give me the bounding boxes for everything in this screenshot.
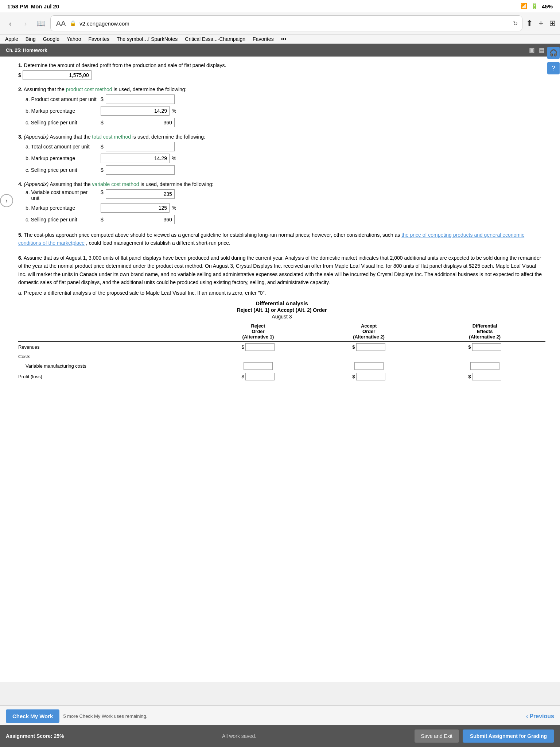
address-bar[interactable]: AA 🔒 v2.cengagenow.com ↻ (50, 15, 522, 31)
bookmark-champaign[interactable]: Critical Essa...-Champaign (185, 36, 245, 42)
grid-icon-2[interactable]: ▤ (539, 47, 544, 54)
q3a-input[interactable] (106, 142, 175, 151)
q2-text-before: Assuming that the (24, 86, 66, 92)
q3-total-cost-link[interactable]: total cost method (92, 134, 131, 140)
q2-number: 2. (18, 86, 23, 92)
revenues-col3-input[interactable] (472, 343, 501, 351)
bookmarks-button[interactable]: 📖 (35, 18, 47, 29)
q4-number: 4. (18, 181, 23, 187)
col1-header: Reject Order (Alternative 1) (203, 322, 314, 341)
q4b-percent: % (172, 205, 176, 211)
bookmark-apple[interactable]: Apple (5, 36, 18, 42)
previous-button[interactable]: ‹ Previous (526, 713, 554, 720)
check-my-work-button[interactable]: Check My Work (6, 709, 59, 723)
question-content: 1. Determine the amount of desired profi… (0, 57, 560, 438)
q4-variable-cost-link[interactable]: variable cost method (92, 181, 139, 187)
q3b-percent: % (172, 155, 176, 161)
question-1: 1. Determine the amount of desired profi… (18, 62, 545, 80)
q3b-input[interactable] (101, 154, 170, 163)
q4-part-c: c. Selling price per unit $ (26, 215, 545, 224)
diff-table-title: Differential Analysis (18, 300, 545, 306)
lock-icon: 🔒 (70, 20, 77, 27)
q2-part-a: a. Product cost amount per unit $ (26, 94, 545, 104)
q6a-label: a. (18, 290, 23, 296)
q3-part-c: c. Selling price per unit $ (26, 165, 545, 175)
q4b-input[interactable] (101, 203, 170, 213)
revenues-label: Revenues (18, 341, 203, 352)
q4-text-before: Assuming that the (50, 181, 92, 187)
q3c-dollar: $ (101, 167, 104, 173)
q2b-input[interactable] (101, 106, 170, 116)
revenues-col2-input[interactable] (356, 343, 385, 351)
q4-part-b: b. Markup percentage % (26, 203, 545, 213)
bookmark-sparknotes[interactable]: The symbol…f SparkNotes (117, 36, 178, 42)
q6-text: Assume that as of August 1, 3,000 units … (18, 255, 542, 285)
profit-col3-dollar: $ (468, 374, 471, 379)
revenues-col3-dollar: $ (468, 344, 471, 350)
q2c-input[interactable] (106, 118, 175, 127)
bookmark-google[interactable]: Google (43, 36, 59, 42)
revenues-col3-cell: $ (424, 341, 545, 352)
variable-mfg-col2-cell (314, 361, 424, 371)
q1-answer-input[interactable] (23, 70, 92, 80)
q2a-label: a. Product cost amount per unit (26, 96, 98, 102)
revenues-col2-cell: $ (314, 341, 424, 352)
profit-loss-row: Profit (loss) $ $ $ (18, 371, 545, 382)
profit-col1-input[interactable] (245, 373, 275, 380)
profit-col3-input[interactable] (472, 373, 501, 380)
new-tab-icon[interactable]: + (538, 19, 543, 28)
q6-number: 6. (18, 255, 23, 261)
variable-mfg-col3-input[interactable] (470, 362, 499, 370)
q2-product-cost-link[interactable]: product cost method (66, 86, 112, 92)
q2b-label: b. Markup percentage (26, 108, 98, 114)
q2c-label: c. Selling price per unit (26, 120, 98, 125)
bookmark-bing[interactable]: Bing (26, 36, 36, 42)
bookmark-favorites2[interactable]: Favorites (253, 36, 274, 42)
revenues-col1-input[interactable] (245, 343, 275, 351)
url-text: v2.cengagenow.com (79, 20, 510, 27)
variable-mfg-col1-input[interactable] (244, 362, 273, 370)
q4a-input[interactable] (106, 189, 175, 199)
diff-table: Reject Order (Alternative 1) Accept Orde… (18, 322, 545, 382)
more-bookmarks-icon[interactable]: ••• (281, 36, 287, 42)
bookmark-favorites[interactable]: Favorites (88, 36, 109, 42)
submit-assignment-button[interactable]: Submit Assignment for Grading (463, 729, 554, 743)
q3c-input[interactable] (106, 165, 175, 175)
forward-button[interactable]: › (20, 18, 31, 29)
question-6: 6. Assume that as of August 1, 3,000 uni… (18, 254, 545, 382)
back-button[interactable]: ‹ (4, 18, 16, 29)
q4-part-a: a. Variable cost amount per unit $ (26, 189, 545, 201)
grid-icon-1[interactable]: ▣ (529, 47, 534, 54)
q4-appendix: (Appendix) (24, 181, 49, 187)
bookmark-yahoo[interactable]: Yahoo (67, 36, 81, 42)
costs-label: Costs (18, 352, 203, 361)
all-work-saved: All work saved. (222, 733, 256, 739)
q5-text-after: , could lead management to establish a d… (86, 240, 230, 246)
q2-part-b: b. Markup percentage % (26, 106, 545, 116)
q4c-input[interactable] (106, 215, 175, 224)
q2a-input[interactable] (106, 94, 175, 104)
q2c-dollar: $ (101, 120, 104, 125)
q2-part-c: c. Selling price per unit $ (26, 118, 545, 127)
profit-col1-dollar: $ (241, 374, 244, 379)
save-and-exit-button[interactable]: Save and Exit (415, 729, 459, 743)
share-icon[interactable]: ⬆ (526, 19, 533, 28)
expand-arrow[interactable]: › (0, 194, 13, 207)
browser-chrome: ‹ › 📖 AA 🔒 v2.cengagenow.com ↻ ⬆ + ⊞ App… (0, 12, 560, 44)
q3a-dollar: $ (101, 144, 104, 150)
q3-part-b: b. Markup percentage % (26, 154, 545, 163)
content-wrapper: Ch. 25: Homework ▣ ▤ ▦ 🎧 ? › 1. Determin… (0, 44, 560, 682)
revenues-col1-dollar: $ (241, 344, 244, 350)
question-4: 4. (Appendix) Assuming that the variable… (18, 181, 545, 224)
variable-mfg-col2-input[interactable] (354, 362, 384, 370)
status-bar: 1:58 PM Mon Jul 20 📶 🔋 45% (0, 0, 560, 12)
profit-col1-cell: $ (203, 371, 314, 382)
q2b-percent: % (172, 108, 176, 114)
profit-col2-input[interactable] (356, 373, 385, 380)
q5-number: 5. (18, 232, 23, 238)
profit-col2-dollar: $ (352, 374, 355, 379)
bottom-bar: Check My Work 5 more Check My Work uses … (0, 705, 560, 727)
q4c-dollar: $ (101, 217, 104, 222)
reload-button[interactable]: ↻ (513, 20, 518, 27)
tabs-icon[interactable]: ⊞ (549, 19, 556, 28)
